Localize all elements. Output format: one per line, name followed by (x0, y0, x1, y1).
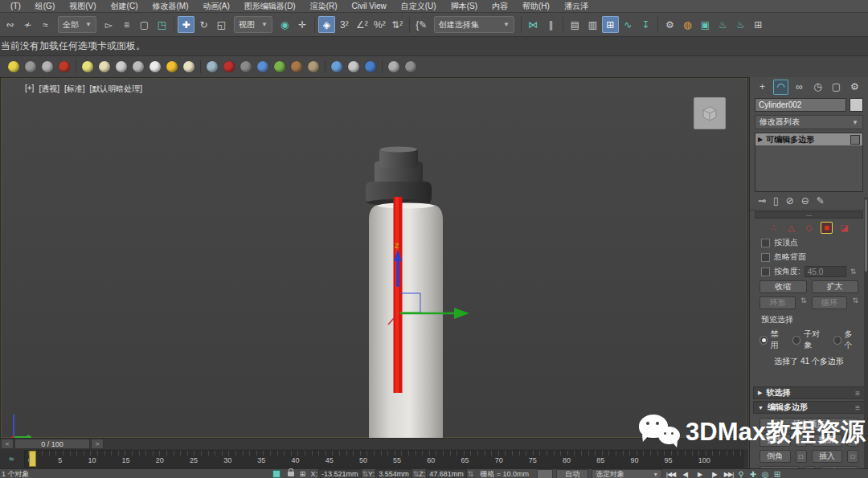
polygon-icon[interactable]: ■ (821, 222, 833, 234)
isolate-selection-toggle-icon[interactable] (272, 470, 280, 478)
unlink-selection-icon[interactable]: ≁ (19, 16, 36, 33)
menu-item[interactable]: 帮助(H) (515, 1, 557, 12)
set-key-button[interactable] (537, 469, 553, 478)
pan-icon[interactable]: ✚ (747, 470, 759, 478)
stack-item-editable-poly[interactable]: ▶ 可编辑多边形 (755, 133, 862, 145)
clipboard-icon[interactable] (348, 61, 359, 72)
select-and-link-icon[interactable]: ∾ (2, 16, 18, 33)
menu-item[interactable]: 潘云泽 (557, 1, 596, 12)
reference-coordinate-dropdown[interactable]: 视图 ▼ (234, 16, 272, 33)
rain-icon[interactable] (207, 61, 218, 72)
biped-icon[interactable] (223, 61, 235, 72)
inset-button[interactable]: 插入 (812, 450, 843, 463)
select-by-name-icon[interactable]: ≡ (118, 16, 135, 33)
menu-item[interactable]: 渲染(R) (303, 1, 345, 12)
modify-tab[interactable]: ◠ (773, 80, 788, 95)
absolute-mode-icon[interactable]: ⊞ (298, 470, 308, 478)
configure-modifier-sets-icon[interactable]: ✎ (817, 195, 825, 206)
preview-radio-option[interactable]: 子对象 (792, 329, 825, 351)
earth-icon[interactable] (257, 61, 268, 72)
menu-item[interactable]: 动画(A) (195, 1, 236, 12)
spinner-icon[interactable]: ⇅ (800, 296, 807, 309)
scene-spray-bottle-model[interactable]: Z (1, 78, 748, 439)
terrain-icon[interactable] (308, 61, 319, 72)
menu-item[interactable]: 视图(V) (62, 1, 103, 12)
next-frame-button[interactable]: |▶ (707, 470, 721, 478)
use-pivot-center-icon[interactable]: ◉ (276, 16, 293, 33)
by-vertex-checkbox[interactable] (761, 239, 770, 247)
menu-item[interactable]: (T) (3, 2, 28, 10)
schematic-view-icon[interactable]: ↧ (637, 16, 654, 33)
element-icon[interactable]: ◪ (838, 222, 850, 234)
vertex-icon[interactable]: ∴ (768, 222, 780, 234)
border-icon[interactable]: ◇ (803, 222, 815, 234)
sep[interactable] (76, 60, 76, 73)
select-and-manipulate-icon[interactable]: ✛ (294, 16, 311, 33)
bevel-button[interactable]: 倒角 (760, 450, 791, 463)
soft-selection-rollout-header[interactable]: ▶ 软选择 ≡ (753, 386, 865, 399)
sun-icon[interactable] (166, 61, 178, 72)
previous-key-button[interactable]: < (1, 439, 14, 449)
motion-tab[interactable]: ◷ (810, 80, 825, 95)
percent-snap-icon[interactable]: %² (371, 16, 388, 33)
render-iterative-icon[interactable]: ♨ (732, 16, 749, 33)
key-filter-dropdown[interactable]: 选定对象 ▼ (592, 469, 662, 478)
scene-explorer-icon[interactable]: ▤ (567, 16, 583, 33)
loop-button[interactable]: 循环 (812, 296, 848, 309)
grow-button[interactable]: 扩大 (812, 280, 859, 293)
time-scrubber[interactable] (29, 451, 36, 467)
menu-item[interactable]: 图形编辑器(D) (237, 1, 303, 12)
menu-item[interactable]: 修改器(M) (145, 1, 195, 12)
menu-item[interactable]: 组(G) (28, 1, 62, 12)
show-end-result-icon[interactable]: ▯ (773, 195, 779, 206)
sphere-icon[interactable] (331, 61, 342, 72)
spinner-icon[interactable]: ⇅ (362, 470, 369, 478)
sep[interactable] (200, 60, 201, 73)
sep[interactable] (325, 60, 326, 73)
snap-3d-icon[interactable]: 3² (336, 16, 353, 33)
foliage-icon[interactable] (274, 61, 285, 72)
play-button[interactable]: ▶ (693, 470, 706, 478)
spinner-snap-icon[interactable]: ⇅² (389, 16, 406, 33)
edit-named-selection-sets-icon[interactable]: {✎ (413, 16, 430, 33)
spinner-icon[interactable]: ⇅ (468, 470, 474, 478)
mini-curve-editor-icon[interactable]: ≈ (3, 452, 19, 465)
ring-button[interactable]: 环形 (760, 296, 796, 309)
spinner-icon[interactable]: ⇅ (850, 268, 857, 276)
toggle-ribbon-icon[interactable]: ⊞ (602, 16, 619, 33)
teapot-icon[interactable] (133, 61, 144, 72)
light-bulb-icon[interactable] (8, 61, 19, 72)
menu-item[interactable]: 自定义(U) (394, 1, 444, 12)
layer-explorer-icon[interactable]: ▥ (584, 16, 601, 33)
material-editor-icon[interactable]: ◍ (679, 16, 696, 33)
go-to-end-button[interactable]: ▶▶| (722, 470, 735, 478)
radio-icon[interactable] (833, 336, 841, 345)
next-key-button[interactable]: > (91, 439, 104, 449)
render-setup-icon[interactable]: ⚙ (661, 16, 678, 33)
geosphere-icon[interactable] (116, 61, 127, 72)
snap-toggle-icon[interactable]: ◈ (318, 16, 335, 33)
sep[interactable] (382, 60, 383, 73)
align-icon[interactable]: ∥ (542, 16, 559, 33)
rendered-frame-window-icon[interactable]: ▣ (697, 16, 714, 33)
notes-icon[interactable] (388, 61, 399, 72)
target-camera-icon[interactable] (59, 61, 70, 72)
window-crossing-icon[interactable]: ◳ (154, 16, 170, 33)
object-name-field[interactable]: Cylinder002 (755, 98, 846, 112)
make-unique-icon[interactable]: ⊘ (786, 195, 794, 206)
select-and-rotate-icon[interactable]: ↻ (195, 16, 212, 33)
menu-item[interactable]: 创建(C) (104, 1, 145, 12)
pin-stack-icon[interactable]: ⊸ (758, 195, 766, 206)
bevel-settings-icon[interactable]: □ (796, 450, 807, 463)
edge-icon[interactable]: △ (785, 222, 797, 234)
rectangular-selection-region-icon[interactable]: ▢ (136, 16, 153, 33)
preview-radio-option[interactable]: 多个 (833, 329, 858, 351)
menu-item[interactable]: Civil View (345, 2, 394, 10)
display-tab[interactable]: ▢ (829, 80, 844, 95)
menu-item[interactable]: 内容 (485, 1, 515, 12)
edit-polygons-rollout-header[interactable]: ▼ 编辑多边形 ≡ (753, 401, 865, 414)
object-color-swatch[interactable] (850, 98, 863, 112)
mirror-icon[interactable]: ⋈ (525, 16, 542, 33)
select-object-icon[interactable]: ▻ (100, 16, 117, 33)
modifier-list-dropdown[interactable]: 修改器列表 ▼ (755, 115, 863, 129)
